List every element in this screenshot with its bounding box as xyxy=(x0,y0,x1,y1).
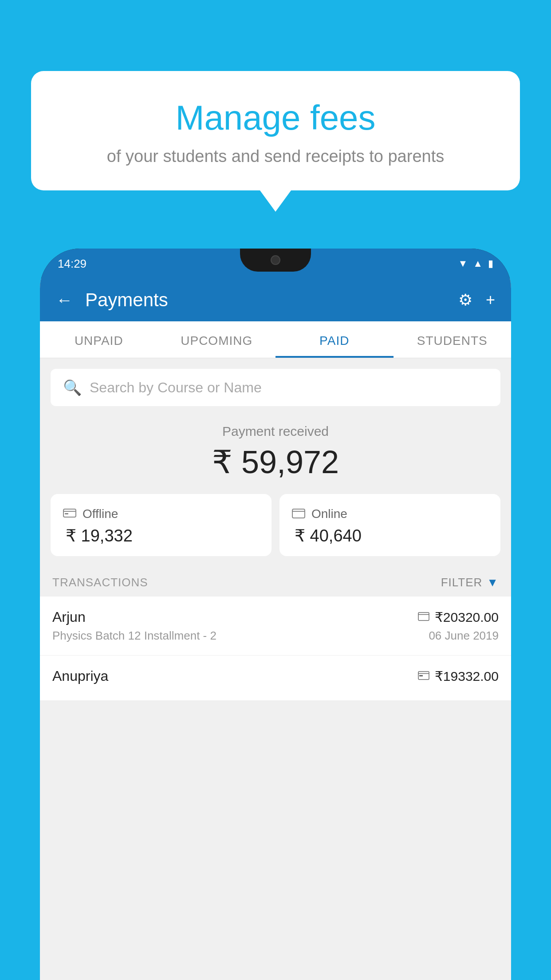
svg-rect-2 xyxy=(65,513,68,514)
online-card-top: Online xyxy=(292,506,488,522)
status-time: 14:29 xyxy=(58,257,87,271)
transaction-course: Physics Batch 12 Installment - 2 xyxy=(52,629,216,643)
app-header: ← Payments ⚙ + xyxy=(40,279,511,321)
transaction-name-2: Anupriya xyxy=(52,668,108,684)
camera xyxy=(271,255,280,265)
phone-mockup: 14:29 ▼ ▲ ▮ ← Payments ⚙ + UNPAID UPCOMI… xyxy=(40,249,511,980)
transactions-label: TRANSACTIONS xyxy=(52,576,148,589)
transaction-amount-wrap: ₹20320.00 xyxy=(418,609,499,625)
payment-received-label: Payment received xyxy=(40,424,511,439)
transaction-bottom: Physics Batch 12 Installment - 2 06 June… xyxy=(52,629,499,643)
transaction-date: 06 June 2019 xyxy=(429,629,499,643)
search-placeholder: Search by Course or Name xyxy=(90,379,262,396)
add-icon[interactable]: + xyxy=(486,291,495,309)
tab-upcoming[interactable]: UPCOMING xyxy=(158,321,276,358)
transactions-header: TRANSACTIONS FILTER ▼ xyxy=(40,567,511,597)
online-card: Online ₹ 40,640 xyxy=(279,494,500,556)
transaction-payment-icon xyxy=(418,610,429,624)
payment-received-amount: ₹ 59,972 xyxy=(40,443,511,481)
search-bar[interactable]: 🔍 Search by Course or Name xyxy=(51,369,500,406)
payment-cards-row: Offline ₹ 19,332 Online ₹ 40,640 xyxy=(40,494,511,567)
transaction-amount-wrap-2: ₹19332.00 xyxy=(418,668,499,684)
filter-label: FILTER xyxy=(441,576,483,589)
online-card-icon xyxy=(292,506,305,522)
settings-icon[interactable]: ⚙ xyxy=(458,291,472,309)
transaction-row[interactable]: Arjun ₹20320.00 Physics Batch 12 Install… xyxy=(40,597,511,656)
transaction-top-2: Anupriya ₹19332.00 xyxy=(52,668,499,684)
transaction-payment-icon-2 xyxy=(418,669,429,683)
header-title: Payments xyxy=(85,289,449,311)
wifi-icon: ▼ xyxy=(458,258,468,269)
transaction-amount-2: ₹19332.00 xyxy=(435,668,499,684)
svg-rect-5 xyxy=(418,612,429,620)
offline-card-icon xyxy=(63,506,76,522)
back-button[interactable]: ← xyxy=(56,291,73,310)
svg-rect-3 xyxy=(292,509,305,518)
filter-icon: ▼ xyxy=(487,576,499,589)
offline-card-top: Offline xyxy=(63,506,259,522)
online-card-type: Online xyxy=(311,507,347,521)
svg-rect-9 xyxy=(419,675,423,676)
transaction-name: Arjun xyxy=(52,609,86,625)
header-icons: ⚙ + xyxy=(458,291,495,309)
transaction-amount: ₹20320.00 xyxy=(435,609,499,625)
signal-icon: ▲ xyxy=(473,258,483,269)
online-card-amount: ₹ 40,640 xyxy=(292,526,488,545)
offline-card-type: Offline xyxy=(83,507,118,521)
tab-students[interactable]: STUDENTS xyxy=(394,321,512,358)
tab-unpaid[interactable]: UNPAID xyxy=(40,321,158,358)
filter-button[interactable]: FILTER ▼ xyxy=(441,576,499,589)
tabs-bar: UNPAID UPCOMING PAID STUDENTS xyxy=(40,321,511,358)
offline-card-amount: ₹ 19,332 xyxy=(63,526,259,545)
transaction-top: Arjun ₹20320.00 xyxy=(52,609,499,625)
tab-paid[interactable]: PAID xyxy=(276,321,394,358)
payment-received-section: Payment received ₹ 59,972 xyxy=(40,406,511,494)
phone-notch xyxy=(240,249,311,272)
status-icons: ▼ ▲ ▮ xyxy=(458,258,493,269)
speech-bubble-title: Manage fees xyxy=(58,98,493,138)
speech-bubble-subtitle: of your students and send receipts to pa… xyxy=(58,147,493,166)
search-icon: 🔍 xyxy=(63,379,82,396)
offline-card: Offline ₹ 19,332 xyxy=(51,494,272,556)
transaction-row[interactable]: Anupriya ₹19332.00 xyxy=(40,656,511,701)
battery-icon: ▮ xyxy=(488,258,493,269)
speech-bubble-card: Manage fees of your students and send re… xyxy=(31,71,520,190)
